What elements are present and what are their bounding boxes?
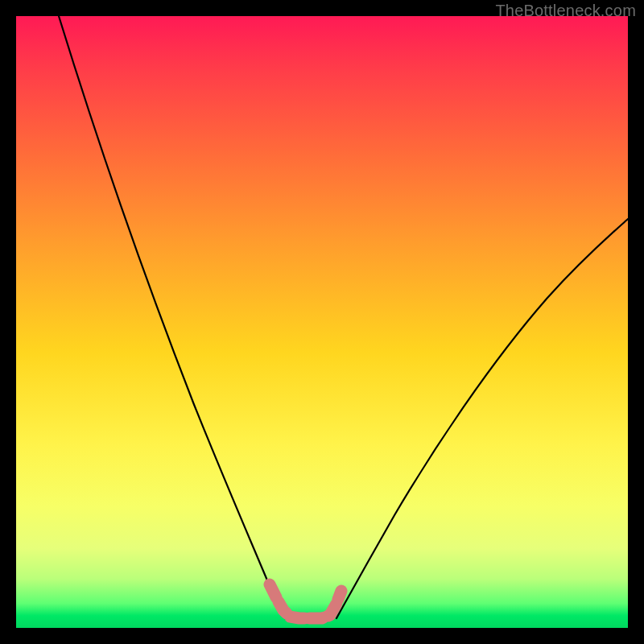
chart-svg [16,16,628,628]
valley-marker [270,584,341,618]
chart-plot-area [16,16,628,628]
chart-frame: TheBottleneck.com [0,0,644,644]
left-curve [59,16,288,618]
right-curve [336,219,628,618]
